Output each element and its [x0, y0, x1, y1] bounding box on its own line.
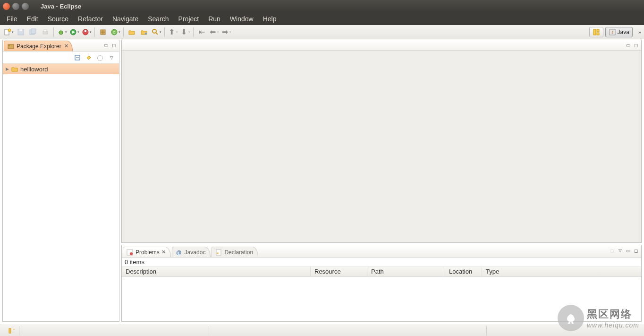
java-perspective-button[interactable]: JJava: [605, 27, 633, 37]
col-resource[interactable]: Resource: [311, 267, 367, 276]
link-with-editor-button[interactable]: [84, 53, 93, 62]
toolbar-separator: [193, 27, 194, 37]
svg-line-23: [156, 33, 158, 34]
maximize-view-button[interactable]: ◻: [110, 42, 117, 48]
menu-project[interactable]: Project: [174, 13, 204, 25]
new-button[interactable]: ▾: [3, 26, 14, 38]
package-explorer-view: Package Explorer ✕ ▭ ◻ ◌ ▽ ▶ hellloword: [2, 40, 119, 322]
nav-forward: ➡▾: [220, 26, 232, 38]
maximize-problems-button[interactable]: ◻: [633, 247, 639, 254]
problems-panel: Problems ✕ @ Javadoc Declaration ◌ ▽ ▭ ◻: [121, 245, 642, 322]
fast-view-button[interactable]: +: [4, 326, 19, 336]
bug-icon: [57, 28, 65, 36]
maximize-editor-button[interactable]: ◻: [633, 42, 639, 48]
tab-declaration[interactable]: Declaration: [212, 247, 258, 257]
project-tree[interactable]: ▶ hellloword: [3, 64, 119, 321]
minimize-problems-button[interactable]: ▭: [625, 247, 631, 254]
javadoc-icon: @: [175, 249, 183, 256]
new-class-button[interactable]: C▾: [110, 26, 121, 38]
nav-back: ⬅▾: [208, 26, 220, 38]
task-icon: ◌: [96, 54, 104, 61]
run-button[interactable]: ▾: [68, 26, 80, 38]
menu-help[interactable]: Help: [258, 13, 281, 25]
menu-refactor[interactable]: Refactor: [73, 13, 108, 25]
col-type[interactable]: Type: [482, 267, 641, 276]
arrow-left-end-icon: ⇤: [198, 28, 205, 36]
package-explorer-toolbar: ◌ ▽: [3, 52, 119, 64]
problems-table-header: Description Resource Path Location Type: [122, 267, 641, 277]
col-description[interactable]: Description: [122, 267, 311, 276]
toolbar-separator: [123, 27, 124, 37]
problems-icon: [126, 249, 134, 256]
package-explorer-tab[interactable]: Package Explorer ✕: [4, 41, 73, 51]
expand-icon[interactable]: ▶: [6, 67, 9, 71]
view-menu-button[interactable]: ▽: [617, 247, 623, 254]
close-icon[interactable]: ✕: [64, 43, 68, 49]
package-explorer-icon: [7, 43, 15, 50]
tab-problems[interactable]: Problems ✕: [123, 247, 171, 257]
svg-text:J: J: [611, 31, 613, 34]
folder-project-icon: [11, 65, 18, 73]
menu-window[interactable]: Window: [225, 13, 258, 25]
svg-rect-3: [19, 29, 22, 31]
folder-open-icon: [128, 28, 136, 36]
editor-tabrow: ▭ ◻: [122, 40, 641, 51]
package-explorer-label: Package Explorer: [17, 43, 61, 50]
main-toolbar: ▾ ▾ ▾ ▾ C▾ ▾ ⬆▾ ⬇▾ ⇤ ⬅▾ ➡▾ JJava »: [0, 25, 644, 39]
status-area-left: [19, 326, 208, 336]
window-maximize-button[interactable]: [22, 3, 29, 10]
save-icon: [17, 28, 25, 36]
external-tools-button[interactable]: ▾: [81, 26, 92, 38]
print-button: [40, 26, 51, 38]
svg-rect-35: [216, 250, 221, 255]
minimize-view-button[interactable]: ▭: [102, 42, 109, 48]
menu-search[interactable]: Search: [143, 13, 173, 25]
menu-navigate[interactable]: Navigate: [108, 13, 143, 25]
col-location[interactable]: Location: [445, 267, 482, 276]
svg-point-36: [217, 252, 219, 254]
editor-column: ▭ ◻ Problems ✕ @ Javadoc Declaration: [121, 40, 642, 322]
problems-body: 0 items Description Resource Path Locati…: [122, 258, 641, 321]
collapse-all-icon: [74, 54, 81, 61]
window-close-button[interactable]: [3, 3, 10, 10]
svg-rect-37: [9, 328, 11, 333]
open-perspective-button[interactable]: [589, 27, 603, 37]
menu-edit[interactable]: Edit: [22, 13, 43, 25]
nav-last-edit: ⇤: [196, 26, 207, 38]
statusbar: +: [0, 325, 644, 336]
collapse-all-button[interactable]: [73, 53, 82, 62]
workspace: Package Explorer ✕ ▭ ◻ ◌ ▽ ▶ hellloword: [2, 40, 642, 322]
open-task-button[interactable]: [138, 26, 150, 38]
menu-source[interactable]: Source: [43, 13, 73, 25]
close-icon[interactable]: ✕: [161, 249, 166, 255]
toolbar-overflow-icon[interactable]: »: [638, 29, 641, 35]
menu-file[interactable]: File: [2, 13, 22, 25]
window-minimize-button[interactable]: [12, 3, 19, 10]
status-area-center: [208, 326, 487, 336]
new-package-button[interactable]: [97, 26, 109, 38]
search-button[interactable]: ▾: [151, 26, 162, 38]
menu-run[interactable]: Run: [203, 13, 225, 25]
svg-rect-25: [597, 29, 599, 32]
window-titlebar: Java - Eclipse: [0, 0, 644, 12]
view-menu-button[interactable]: ▽: [107, 53, 116, 62]
col-path[interactable]: Path: [367, 267, 445, 276]
svg-point-8: [59, 31, 63, 34]
problems-tabrow: Problems ✕ @ Javadoc Declaration ◌ ▽ ▭ ◻: [122, 245, 641, 258]
class-icon: C: [110, 28, 118, 36]
svg-rect-7: [44, 30, 47, 32]
tab-javadoc-label: Javadoc: [185, 249, 206, 256]
open-type-button[interactable]: [126, 26, 137, 38]
arrow-up-icon: ⬆: [168, 28, 176, 36]
declaration-icon: [215, 249, 222, 256]
focus-problems-button: ◌: [609, 247, 615, 254]
package-icon: [99, 28, 107, 36]
project-item[interactable]: ▶ hellloword: [3, 64, 119, 74]
debug-button[interactable]: ▾: [56, 26, 68, 38]
link-icon: [85, 54, 93, 61]
minimize-editor-button[interactable]: ▭: [625, 42, 631, 48]
tab-javadoc[interactable]: @ Javadoc: [172, 247, 211, 257]
arrow-down-icon: ⬇: [180, 28, 188, 36]
svg-text:+: +: [13, 327, 15, 331]
svg-text:C: C: [113, 30, 116, 34]
